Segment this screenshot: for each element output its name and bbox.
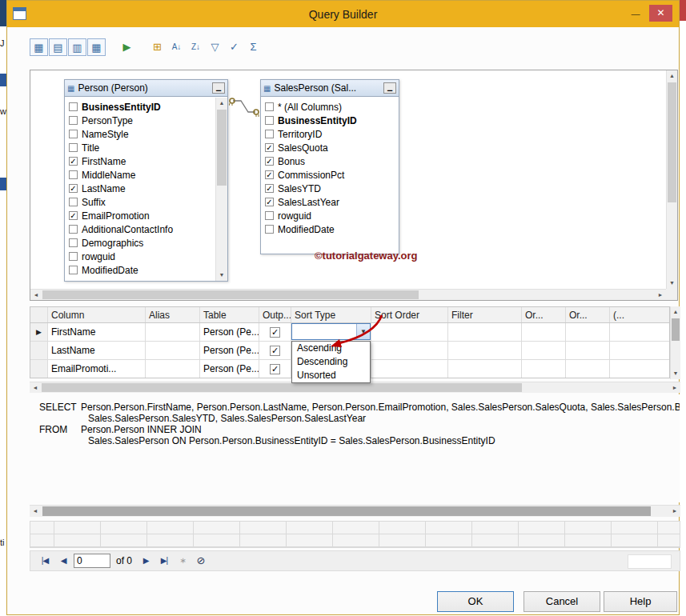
grid-cell-output[interactable]: ✓ [259, 342, 291, 359]
add-new-record-button[interactable]: ∗ [175, 553, 191, 569]
column-checkbox[interactable]: ✓ [265, 170, 274, 179]
table-minimize-button[interactable]: ▁ [383, 82, 396, 94]
person-list-scrollbar[interactable]: ▲ ▼ [215, 98, 227, 281]
sort-descending-button[interactable]: Z↓ [187, 38, 205, 56]
scroll-up-icon[interactable]: ▲ [667, 70, 677, 82]
grid-cell[interactable] [146, 323, 200, 341]
column-checkbox[interactable] [265, 211, 274, 220]
grid-cell[interactable]: Person (Pe... [200, 360, 259, 378]
minimize-button[interactable]: — [629, 8, 642, 21]
table-column-item[interactable]: ✓Bonus [261, 154, 399, 168]
grid-cell[interactable] [522, 323, 566, 341]
grid-cell[interactable] [448, 342, 522, 359]
cancel-button[interactable]: Cancel [524, 591, 600, 612]
scrollbar-thumb[interactable] [668, 82, 676, 202]
column-checkbox[interactable]: ✓ [265, 198, 274, 206]
output-checkbox[interactable]: ✓ [270, 346, 280, 356]
column-checkbox[interactable]: ✓ [265, 157, 274, 166]
grid-cell[interactable] [371, 360, 448, 378]
row-selector[interactable] [30, 360, 48, 378]
column-checkbox[interactable]: ✓ [69, 184, 78, 193]
scroll-left-icon[interactable]: ◄ [30, 382, 41, 393]
scroll-down-icon[interactable]: ▼ [667, 278, 677, 289]
column-checkbox[interactable] [265, 225, 274, 234]
column-checkbox[interactable] [69, 170, 78, 179]
grid-column-header[interactable]: Or... [566, 307, 610, 322]
column-checkbox[interactable]: ✓ [69, 157, 78, 166]
table-column-item[interactable]: rowguid [65, 250, 215, 263]
table-column-item[interactable]: ModifiedDate [261, 222, 399, 236]
person-table-window[interactable]: ▦ Person (Person) ▁ BusinessEntityIDPers… [64, 79, 228, 282]
column-checkbox[interactable] [69, 130, 78, 138]
grid-cell[interactable] [146, 342, 200, 359]
scroll-right-icon[interactable]: ► [655, 290, 666, 300]
dropdown-option[interactable]: Descending [292, 355, 370, 369]
scrollbar-thumb[interactable] [42, 290, 419, 299]
grid-cell[interactable] [566, 323, 610, 341]
table-column-item[interactable]: Title [65, 141, 215, 154]
grid-column-header[interactable]: (... [610, 307, 670, 322]
table-column-item[interactable]: TerritoryID [261, 127, 399, 141]
scrollbar-thumb[interactable] [217, 110, 227, 186]
grid-cell[interactable]: Person (Pe... [200, 342, 259, 359]
sql-pane[interactable]: SELECTPerson.Person.FirstName, Person.Pe… [30, 394, 680, 502]
table-column-item[interactable]: ✓FirstName [65, 154, 215, 168]
scrollbar-thumb[interactable] [42, 506, 651, 516]
scroll-left-icon[interactable]: ◄ [30, 290, 42, 300]
column-checkbox[interactable] [69, 116, 78, 125]
grid-column-header[interactable]: Or... [522, 307, 566, 322]
grid-cell[interactable]: FirstName [48, 323, 146, 341]
table-minimize-button[interactable]: ▁ [212, 82, 225, 94]
dropdown-option[interactable]: Unsorted [292, 369, 370, 382]
table-column-item[interactable]: NameStyle [65, 127, 215, 141]
help-button[interactable]: Help [604, 591, 677, 612]
ok-button[interactable]: OK [437, 591, 514, 612]
grid-cell[interactable] [566, 342, 610, 359]
record-position-input[interactable] [74, 554, 110, 568]
diagram-vertical-scrollbar[interactable]: ▲ ▼ [666, 70, 677, 289]
column-checkbox[interactable] [69, 102, 78, 111]
grid-cell-output[interactable]: ✓ [259, 360, 291, 378]
grid-vertical-scrollbar[interactable]: ▲ ▼ [670, 306, 680, 379]
cancel-query-button[interactable]: ⊘ [193, 553, 209, 569]
table-column-item[interactable]: ✓EmailPromotion [65, 209, 215, 222]
table-column-item[interactable]: ✓CommissionPct [261, 168, 399, 182]
scroll-down-icon[interactable]: ▼ [671, 368, 680, 379]
next-record-button[interactable]: ▶ [138, 553, 154, 569]
grid-cell[interactable] [146, 360, 200, 378]
grid-cell[interactable] [522, 360, 566, 378]
table-column-item[interactable]: * (All Columns) [261, 100, 399, 114]
table-column-item[interactable]: rowguid [261, 209, 399, 222]
show-sql-pane-button[interactable]: ▥ [68, 38, 86, 56]
scrollbar-thumb[interactable] [672, 318, 680, 341]
grid-column-header[interactable]: Table [200, 307, 259, 322]
column-checkbox[interactable] [69, 238, 78, 247]
diagram-horizontal-scrollbar[interactable]: ◄ ► [30, 289, 666, 300]
table-column-item[interactable]: Suffix [65, 195, 215, 209]
column-checkbox[interactable] [265, 130, 274, 138]
run-query-button[interactable]: ▶ [118, 38, 136, 56]
grid-cell[interactable] [610, 342, 670, 359]
sql-horizontal-scrollbar[interactable]: ◄ ► [30, 505, 680, 517]
remove-filter-button[interactable]: ▽ [206, 38, 224, 56]
grid-column-header[interactable]: Alias [146, 307, 200, 322]
scrollbar-thumb[interactable] [42, 383, 522, 392]
grid-cell[interactable] [610, 323, 670, 341]
scroll-up-icon[interactable]: ▲ [671, 306, 680, 318]
diagram-pane[interactable]: ▦ Person (Person) ▁ BusinessEntityIDPers… [30, 70, 678, 301]
salesperson-table-titlebar[interactable]: ▦ SalesPerson (Sal... ▁ [261, 80, 399, 97]
column-checkbox[interactable] [69, 266, 78, 274]
grid-cell[interactable]: EmailPromoti... [48, 360, 146, 378]
join-link-icon[interactable] [229, 93, 259, 120]
scroll-right-icon[interactable]: ► [669, 382, 680, 393]
grid-column-header[interactable]: Outp... [259, 307, 291, 322]
table-column-item[interactable]: ✓SalesQuota [261, 141, 399, 154]
table-column-item[interactable]: MiddleName [65, 168, 215, 182]
scroll-up-icon[interactable]: ▲ [216, 98, 227, 109]
grid-cell[interactable] [566, 360, 610, 378]
table-column-item[interactable]: Demographics [65, 236, 215, 250]
grid-column-header[interactable]: Filter [448, 307, 522, 322]
first-record-button[interactable]: |◀ [37, 553, 53, 569]
previous-record-button[interactable]: ◀ [55, 553, 71, 569]
column-checkbox[interactable] [69, 252, 78, 261]
